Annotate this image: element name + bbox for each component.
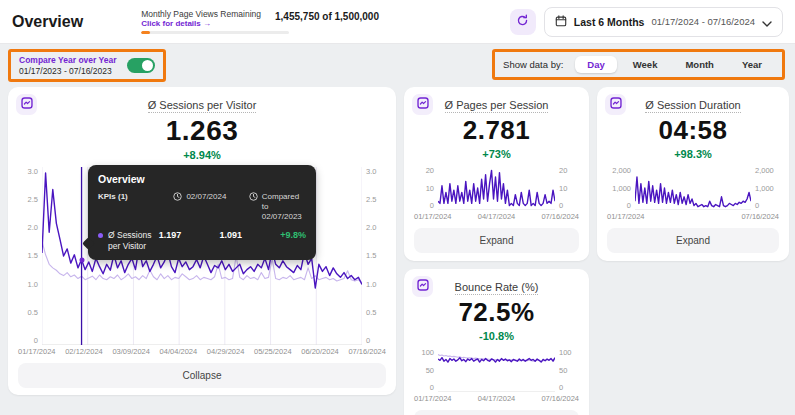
tick-label: 0 <box>414 201 434 210</box>
showby-annotation-box: Show data by: Day Week Month Year <box>492 49 785 80</box>
tick-label: 04/17/2024 <box>478 212 516 221</box>
date-range-picker[interactable]: Last 6 Months 01/17/2024 - 07/16/2024 <box>544 7 783 37</box>
tick-label: 07/16/2024 <box>348 347 386 356</box>
card-title[interactable]: Ø Pages per Session <box>445 99 549 113</box>
tick-label: 100 <box>414 348 434 357</box>
kpi-change: +8.94% <box>18 149 386 161</box>
widget-icon-button[interactable] <box>412 276 433 297</box>
tick-label: 0 <box>18 336 38 345</box>
line-chart-svg <box>438 348 555 392</box>
kpi-value: 1.263 <box>18 115 386 147</box>
tick-label: 0.5 <box>366 308 386 317</box>
card-pages-per-session: Ø Pages per Session 2.781 +73% 20100 201… <box>404 87 589 261</box>
y-axis-left: 100500 <box>414 348 438 392</box>
tick-label: 01/17/2024 <box>414 212 452 221</box>
series-color-dot <box>98 233 103 238</box>
app-header: Overview Monthly Page Views Remaining Cl… <box>0 0 795 44</box>
tick-label: 20 <box>414 166 434 175</box>
duration-chart: 2,0001,0000 2,0001,0000 <box>607 166 779 210</box>
granularity-day-button[interactable]: Day <box>575 56 616 73</box>
tick-label: 2.0 <box>366 223 386 232</box>
kpi-change: +73% <box>414 148 579 160</box>
tick-label: 10 <box>414 184 434 193</box>
tick-label: 20 <box>559 166 579 175</box>
bounce-chart: 100500 100500 <box>414 348 579 392</box>
tick-label: 10 <box>559 184 579 193</box>
chart-plot-area[interactable] <box>438 166 555 210</box>
tick-label: 04/29/2024 <box>207 347 245 356</box>
tick-label: 0.5 <box>18 308 38 317</box>
show-data-by-group: Show data by: Day Week Month Year <box>495 52 782 77</box>
chart-plot-area[interactable] <box>635 166 751 210</box>
filters-toolbar: Compare Year over Year 01/17/2023 - 07/1… <box>0 44 795 84</box>
tick-label: 0 <box>755 201 779 210</box>
granularity-week-button[interactable]: Week <box>621 56 670 73</box>
compare-range: 01/17/2023 - 07/16/2023 <box>19 66 117 76</box>
period-label: Last 6 Months <box>574 16 645 28</box>
tick-label: 2,000 <box>755 166 779 175</box>
line-chart-svg <box>635 166 751 210</box>
tick-label: 05/25/2024 <box>254 347 292 356</box>
y-axis-right: 20100 <box>555 166 579 210</box>
quota-details-link[interactable]: Click for details → <box>141 19 261 28</box>
tick-label: 01/17/2024 <box>414 394 452 403</box>
tooltip-title: Overview <box>98 173 306 185</box>
tick-label: 1.0 <box>18 280 38 289</box>
granularity-year-button[interactable]: Year <box>730 56 774 73</box>
tooltip-previous-value: 1.091 <box>219 230 280 240</box>
widget-icon-button[interactable] <box>412 94 433 115</box>
tick-label: 04/17/2024 <box>478 394 516 403</box>
kpi-widget-icon <box>610 97 622 112</box>
chart-plot-area[interactable] <box>438 348 555 392</box>
tick-label: 2.5 <box>18 195 38 204</box>
kpi-value: 2.781 <box>414 115 579 146</box>
widget-icon-button[interactable] <box>605 94 626 115</box>
tick-label: 1.5 <box>18 251 38 260</box>
tooltip-change: +9.8% <box>280 230 306 240</box>
x-axis-labels: 01/17/202404/17/202407/16/2024 <box>414 212 579 221</box>
card-bounce-rate: Bounce Rate (%) 72.5% -10.8% 100500 1005… <box>404 269 589 415</box>
x-axis-labels: 01/17/202402/12/202403/09/202404/04/2024… <box>18 347 386 356</box>
compare-year-over-year: Compare Year over Year 01/17/2023 - 07/1… <box>11 52 163 79</box>
granularity-month-button[interactable]: Month <box>673 56 726 73</box>
quota-label: Monthly Page Views Remaining <box>141 9 261 19</box>
page-views-quota: Monthly Page Views Remaining Click for d… <box>141 9 379 34</box>
kpi-value: 72.5% <box>414 297 579 328</box>
y-axis-right: 3.02.52.01.51.00.50 <box>362 167 386 345</box>
tick-label: 50 <box>559 366 579 375</box>
kpi-value: 04:58 <box>607 115 779 146</box>
tooltip-compared-label: Compared to <box>262 192 299 211</box>
compare-toggle[interactable] <box>127 58 155 73</box>
y-axis-left: 3.02.52.01.51.00.50 <box>18 167 42 345</box>
card-title[interactable]: Bounce Rate (%) <box>455 281 539 295</box>
line-chart-svg <box>438 166 555 210</box>
card-title[interactable]: Ø Session Duration <box>645 99 740 113</box>
tick-label: 02/12/2024 <box>65 347 103 356</box>
kpi-widget-icon <box>21 97 33 112</box>
tooltip-date: 02/07/2024 <box>186 192 226 201</box>
toggle-knob <box>142 60 153 71</box>
tick-label: 3.0 <box>366 167 386 176</box>
collapse-button[interactable]: Collapse <box>18 363 386 388</box>
y-axis-right: 100500 <box>555 348 579 392</box>
compare-annotation-box: Compare Year over Year 01/17/2023 - 07/1… <box>8 49 166 82</box>
expand-button[interactable]: Expand <box>607 228 779 253</box>
refresh-button[interactable] <box>510 9 536 35</box>
small-cards-grid: Ø Pages per Session 2.781 +73% 20100 201… <box>404 87 789 415</box>
card-title[interactable]: Ø Sessions per Visitor <box>148 99 257 113</box>
show-data-by-label: Show data by: <box>503 59 563 70</box>
expand-button[interactable]: Expand <box>414 410 579 415</box>
kpi-widget-icon <box>417 97 429 112</box>
widget-icon-button[interactable] <box>16 94 37 115</box>
pages-chart: 20100 20100 <box>414 166 579 210</box>
dashboard-grid: Ø Sessions per Visitor 1.263 +8.94% 3.02… <box>0 84 795 415</box>
expand-button[interactable]: Expand <box>414 228 579 253</box>
tooltip-current-value: 1.197 <box>159 230 220 240</box>
refresh-icon <box>516 14 529 30</box>
tick-label: 3.0 <box>18 167 38 176</box>
tick-label: 0 <box>607 201 631 210</box>
tooltip-metric-name: Ø Sessions per Visitor <box>108 230 159 252</box>
card-session-duration: Ø Session Duration 04:58 +98.3% 2,0001,0… <box>597 87 789 261</box>
tick-label: 1,000 <box>607 184 631 193</box>
calendar-icon <box>555 13 567 31</box>
